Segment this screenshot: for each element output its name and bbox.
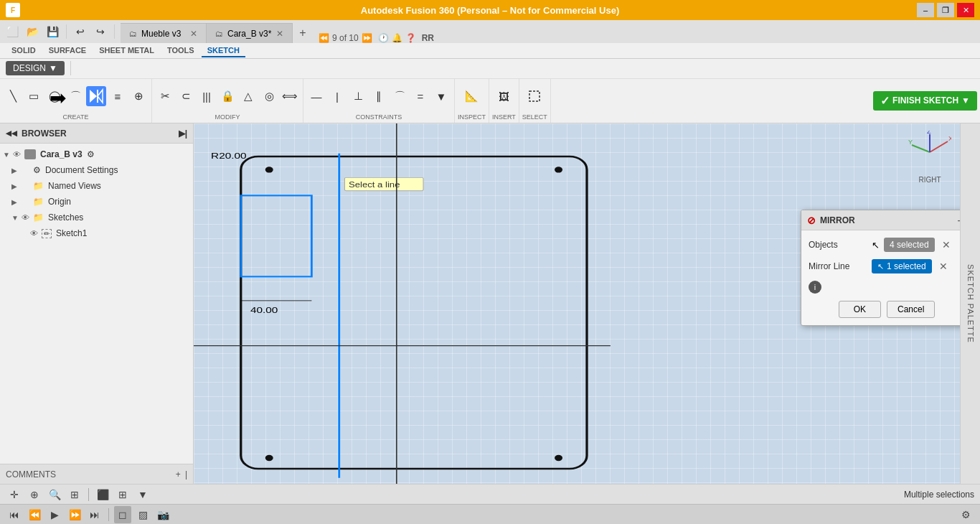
rect-tool[interactable]: ▭ <box>24 86 44 106</box>
new-tab-button[interactable]: + <box>293 23 313 43</box>
undo-icon[interactable]: ↩ <box>71 22 90 41</box>
view-cube-icon[interactable]: ⬛ <box>94 486 111 503</box>
tab-tools[interactable]: TOOLS <box>161 45 200 57</box>
svg-marker-0 <box>90 90 97 103</box>
tree-item-sketches[interactable]: ▼ 👁 📁 Sketches <box>0 210 193 225</box>
move-copy-tool[interactable]: ⟺ <box>280 86 300 106</box>
toolbar: DESIGN ▼ ╲ ▭ ◯ ⌒ ➡ <box>0 59 980 123</box>
objects-clear-button[interactable]: ✕ <box>939 238 953 252</box>
tree-label-sketches: Sketches <box>48 212 83 223</box>
display-icon[interactable]: ▼ <box>134 486 151 503</box>
more-constraints[interactable]: ▼ <box>431 86 451 106</box>
mirror-line-clear-button[interactable]: ✕ <box>936 259 951 273</box>
fit-icon[interactable]: ⊞ <box>66 486 83 503</box>
comments-expand-icon[interactable]: + <box>176 469 181 479</box>
browser-expand-icon[interactable]: ▶| <box>179 128 187 139</box>
play-back-icon[interactable]: ⏪ <box>26 506 43 523</box>
play-icon[interactable]: ▶ <box>46 506 63 523</box>
tab-sheet-metal[interactable]: SHEET METAL <box>93 45 160 57</box>
offset-curves-tool[interactable]: ◎ <box>259 86 279 106</box>
tree-item-doc-settings[interactable]: ▶ ⚙ Document Settings <box>0 162 193 178</box>
project-tool[interactable]: ⊕ <box>128 86 149 106</box>
settings-icon-root[interactable]: ⚙ <box>87 149 95 159</box>
tab-cara-b[interactable]: 🗂 Cara_B v3* ✕ <box>207 23 293 43</box>
tab-close-active-icon[interactable]: ✕ <box>276 29 283 39</box>
tab-surface[interactable]: SURFACE <box>43 45 93 57</box>
svg-text:Select a line: Select a line <box>349 180 400 188</box>
tree-item-origin[interactable]: ▶ 📁 Origin <box>0 194 193 210</box>
new-file-icon[interactable]: ⬜ <box>3 22 22 41</box>
canvas[interactable]: R20.00 40.00 Select a line X Y <box>194 123 980 484</box>
measure-tool[interactable]: 📐 <box>462 86 482 106</box>
minimize-button[interactable]: – <box>917 3 934 17</box>
camera-icon[interactable]: 📷 <box>154 506 171 523</box>
title-bar: F Autodesk Fusion 360 (Personal – Not fo… <box>0 0 980 20</box>
select-tool[interactable] <box>524 86 545 106</box>
status-text: Multiple selections <box>904 490 974 500</box>
inspect-group: 📐 INSPECT <box>455 79 489 123</box>
wave-icon[interactable]: ▨ <box>134 506 151 523</box>
modify-group: ✂ ⊂ ||| 🔒 △ ◎ ⟺ MODIFY <box>152 79 303 123</box>
svg-line-20 <box>912 145 930 152</box>
bottom-toolbar: ✛ ⊕ 🔍 ⊞ ⬛ ⊞ ▼ <box>6 486 151 503</box>
break-tool[interactable]: ||| <box>197 86 217 106</box>
tab-sketch[interactable]: SKETCH <box>202 45 245 57</box>
orbit-icon[interactable]: ⊕ <box>26 486 43 503</box>
offset-tool[interactable]: ≡ <box>108 86 128 106</box>
open-file-icon[interactable]: 📂 <box>23 22 42 41</box>
folder-icon-origin: 📁 <box>33 197 44 207</box>
svg-text:X: X <box>948 135 951 142</box>
settings-icon-bottom[interactable]: ⚙ <box>957 506 974 523</box>
tab-solid[interactable]: SOLID <box>6 45 42 57</box>
tree-item-named-views[interactable]: ▶ 📁 Named Views <box>0 178 193 194</box>
tab-mueble[interactable]: 🗂 Mueble v3 ✕ <box>121 23 207 43</box>
tab-label-active: Cara_B v3* <box>227 29 271 39</box>
horizontal-constraint[interactable]: — <box>306 86 326 106</box>
play-end-icon[interactable]: ⏭ <box>86 506 103 523</box>
sketch-palette[interactable]: SKETCH PALETTE <box>960 123 980 484</box>
browser-header-icons: ▶| <box>179 128 187 139</box>
design-button[interactable]: DESIGN ▼ <box>6 61 65 75</box>
constraints-icons: — | ⊥ ∥ ⌒ = ▼ <box>306 80 451 113</box>
tab-close-icon[interactable]: ✕ <box>190 29 197 39</box>
insert-image-tool[interactable]: 🖼 <box>494 86 514 106</box>
tree-item-sketch1[interactable]: 👁 ✏ Sketch1 <box>0 225 193 241</box>
cancel-button[interactable]: Cancel <box>887 301 935 318</box>
chamfer-tool[interactable]: △ <box>238 86 258 106</box>
parallel-constraint[interactable]: ∥ <box>369 86 389 106</box>
trim-tool[interactable]: ✂ <box>155 86 175 106</box>
marker-icon[interactable]: ◻ <box>114 506 131 523</box>
constraints-label: CONSTRAINTS <box>356 113 402 121</box>
line-tool[interactable]: ╲ <box>3 86 23 106</box>
view-label: RIGHT <box>908 176 951 184</box>
close-button[interactable]: ✕ <box>957 3 974 17</box>
circle-tool[interactable]: ◯ <box>44 86 65 106</box>
mirror-line-selected-badge: ↖ 1 selected <box>872 259 932 273</box>
eye-icon-root[interactable]: 👁 <box>13 150 23 159</box>
ok-button[interactable]: OK <box>839 301 881 318</box>
eye-icon-sketch1[interactable]: 👁 <box>30 229 40 238</box>
fillet-tool[interactable]: 🔒 <box>217 86 237 106</box>
finish-sketch-button[interactable]: ✓ FINISH SKETCH ▼ <box>873 91 977 111</box>
restore-button[interactable]: ❐ <box>937 3 954 17</box>
perpendicular-constraint[interactable]: ⊥ <box>348 86 368 106</box>
arc-tool[interactable]: ⌒ <box>65 86 85 106</box>
select-group: SELECT <box>519 79 551 123</box>
browser-label: BROWSER <box>22 128 67 139</box>
redo-icon[interactable]: ↪ <box>91 22 110 41</box>
zoom-icon[interactable]: 🔍 <box>46 486 63 503</box>
play-back-start-icon[interactable]: ⏮ <box>6 506 23 523</box>
grid-icon[interactable]: ⊞ <box>114 486 131 503</box>
browser-collapse-icon[interactable]: ◀◀ <box>6 129 17 137</box>
tree-item-root[interactable]: ▼ 👁 Cara_B v3 ⚙ <box>0 146 193 162</box>
mirror-tool[interactable] <box>86 86 106 106</box>
tangent-constraint[interactable]: ⌒ <box>390 86 410 106</box>
eye-icon-sketches[interactable]: 👁 <box>22 213 32 222</box>
pan-icon[interactable]: ✛ <box>6 486 23 503</box>
play-forward-icon[interactable]: ⏩ <box>66 506 83 523</box>
vertical-constraint[interactable]: | <box>327 86 347 106</box>
equal-constraint[interactable]: = <box>410 86 430 106</box>
save-icon[interactable]: 💾 <box>43 22 62 41</box>
extend-tool[interactable]: ⊂ <box>176 86 196 106</box>
comments-collapse-icon[interactable]: | <box>185 469 187 479</box>
